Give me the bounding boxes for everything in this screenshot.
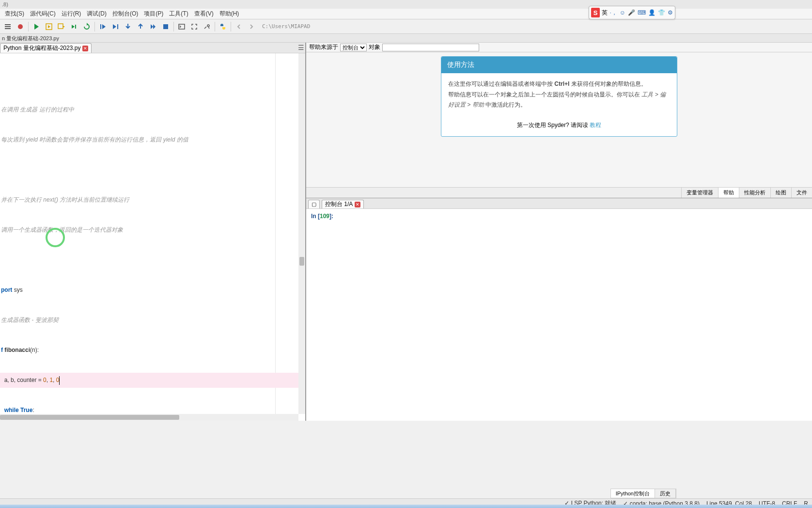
scrollbar-thumb[interactable] xyxy=(299,257,304,266)
file-path-bar: n 量化编程基础-2023.py xyxy=(0,34,812,43)
ime-keyboard-icon[interactable]: ⌨ xyxy=(638,9,646,16)
svg-rect-8 xyxy=(117,24,118,29)
right-pane-tabs: 变量管理器 帮助 性能分析 绘图 文件 xyxy=(306,187,812,198)
console-tab-1a[interactable]: 控制台 1/A ✕ xyxy=(322,200,364,208)
console-prompt: In [109]: xyxy=(311,213,807,220)
editor-pane: Python 量化编程基础-2023.py ✕ ☰ 在调用 生成器 运行的过程中… xyxy=(0,43,306,421)
help-object-label: 对象 xyxy=(369,43,380,51)
console-output[interactable]: In [109]: xyxy=(306,209,812,421)
svg-point-3 xyxy=(18,24,23,29)
ime-punct-icon[interactable]: ·， xyxy=(609,9,617,17)
editor-tab-active[interactable]: Python 量化编程基础-2023.py ✕ xyxy=(0,43,92,53)
step-over-icon[interactable] xyxy=(109,21,121,32)
tab-history[interactable]: 历史 xyxy=(655,489,676,498)
menu-project[interactable]: 项目(P) xyxy=(141,10,166,18)
editor-vertical-scrollbar[interactable] xyxy=(298,53,305,414)
working-dir-display: C:\Users\MIAPAD xyxy=(262,23,310,30)
tab-help[interactable]: 帮助 xyxy=(718,188,739,198)
forward-icon[interactable] xyxy=(246,21,257,32)
svg-rect-1 xyxy=(5,26,11,27)
editor-tabs: Python 量化编程基础-2023.py ✕ ☰ xyxy=(0,43,305,53)
run-selection-icon[interactable] xyxy=(68,21,80,32)
menu-help[interactable]: 帮助(H) xyxy=(217,10,242,18)
help-content: 使用方法 在这里你可以通过在编辑器或者终端中按 Ctrl+I 来获得任何对象的帮… xyxy=(306,52,812,187)
menu-console[interactable]: 控制台(O) xyxy=(109,10,141,18)
svg-rect-9 xyxy=(163,24,168,29)
help-panel-footer: 第一次使用 Spyder? 请阅读 教程 xyxy=(441,116,677,136)
windows-taskbar[interactable] xyxy=(0,505,812,508)
help-panel-body: 在这里你可以通过在编辑器或者终端中按 Ctrl+I 来获得任何对象的帮助信息。 … xyxy=(441,73,677,116)
menu-debug[interactable]: 调试(D) xyxy=(84,10,109,18)
menu-bar: 查找(S) 源代码(C) 运行(R) 调试(D) 控制台(O) 项目(P) 工具… xyxy=(0,9,812,19)
toolbar-breakpoint-icon[interactable] xyxy=(15,21,26,32)
svg-rect-10 xyxy=(179,24,185,29)
svg-rect-5 xyxy=(58,24,63,29)
continue-icon[interactable] xyxy=(147,21,159,32)
stop-debug-icon[interactable] xyxy=(160,21,172,32)
tab-variable-explorer[interactable]: 变量管理器 xyxy=(681,188,718,198)
rerun-icon[interactable] xyxy=(81,21,93,32)
console-tabs: ▢ 控制台 1/A ✕ xyxy=(306,198,812,209)
scrollbar-thumb[interactable] xyxy=(0,415,179,420)
run-cell-advance-icon[interactable] xyxy=(56,21,67,32)
ime-face-icon[interactable]: ☺ xyxy=(620,9,625,16)
tab-ipython-console[interactable]: IPython控制台 xyxy=(611,489,655,498)
help-intro-panel: 使用方法 在这里你可以通过在编辑器或者终端中按 Ctrl+I 来获得任何对象的帮… xyxy=(441,56,677,137)
python-path-icon[interactable] xyxy=(217,21,229,32)
back-icon[interactable] xyxy=(233,21,245,32)
console-bottom-tabs: IPython控制台 历史 xyxy=(610,489,676,498)
console-tab-label: 控制台 1/A xyxy=(325,200,353,208)
help-object-input[interactable] xyxy=(382,44,479,51)
tutorial-link[interactable]: 教程 xyxy=(590,122,601,128)
run-cell-icon[interactable] xyxy=(43,21,55,32)
ime-user-icon[interactable]: 👤 xyxy=(648,9,656,16)
ime-skin-icon[interactable]: 👕 xyxy=(658,9,665,16)
settings-icon[interactable] xyxy=(201,21,213,32)
ime-mic-icon[interactable]: 🎤 xyxy=(628,9,635,16)
sogou-logo-icon[interactable]: S xyxy=(591,8,600,17)
menu-view[interactable]: 查看(V) xyxy=(191,10,217,18)
editor-tab-label: Python 量化编程基础-2023.py xyxy=(3,44,80,52)
menu-source[interactable]: 源代码(C) xyxy=(27,10,59,18)
step-out-icon[interactable] xyxy=(135,21,146,32)
svg-rect-2 xyxy=(5,28,11,29)
debug-icon[interactable] xyxy=(97,21,109,32)
editor-horizontal-scrollbar[interactable] xyxy=(0,414,298,421)
title-bar: .8) xyxy=(0,0,812,9)
run-icon[interactable] xyxy=(31,21,42,32)
toolbar-lines-icon[interactable] xyxy=(2,21,14,32)
menu-find[interactable]: 查找(S) xyxy=(2,10,27,18)
terminal-icon[interactable] xyxy=(176,21,187,32)
svg-rect-7 xyxy=(100,24,101,29)
tab-profiler[interactable]: 性能分析 xyxy=(739,188,770,198)
help-source-select[interactable]: 控制台 xyxy=(340,44,367,51)
maximize-icon[interactable] xyxy=(188,21,200,32)
svg-rect-0 xyxy=(5,24,11,25)
ime-lang-label[interactable]: 英 xyxy=(602,9,608,17)
toolbar: C:\Users\MIAPAD xyxy=(0,19,812,34)
close-tab-icon[interactable]: ✕ xyxy=(82,46,88,51)
tab-plots[interactable]: 绘图 xyxy=(770,188,791,198)
svg-rect-6 xyxy=(75,25,76,29)
code-content[interactable]: 在调用 生成器 运行的过程中 每次遇到 yield 时函数会暂停并保存当前所有的… xyxy=(0,53,298,414)
code-editor[interactable]: 在调用 生成器 运行的过程中 每次遇到 yield 时函数会暂停并保存当前所有的… xyxy=(0,53,305,421)
editor-menu-icon[interactable]: ☰ xyxy=(298,44,304,51)
right-pane: 帮助来源于 控制台 对象 使用方法 在这里你可以通过在编辑器或者终端中按 Ctr… xyxy=(306,43,812,421)
help-toolbar: 帮助来源于 控制台 对象 xyxy=(306,43,812,52)
console-pane: ▢ 控制台 1/A ✕ In [109]: xyxy=(306,198,812,421)
help-panel-title: 使用方法 xyxy=(441,57,677,73)
ime-toolbox-icon[interactable]: ⚙ xyxy=(668,9,673,16)
help-source-label: 帮助来源于 xyxy=(309,43,338,51)
console-collapse-icon[interactable]: ▢ xyxy=(308,200,320,208)
menu-run[interactable]: 运行(R) xyxy=(59,10,84,18)
close-console-icon[interactable]: ✕ xyxy=(355,202,360,207)
step-into-icon[interactable] xyxy=(122,21,134,32)
menu-tools[interactable]: 工具(T) xyxy=(166,10,191,18)
tab-files[interactable]: 文件 xyxy=(791,188,812,198)
sogou-ime-widget[interactable]: S 英 ·， ☺ 🎤 ⌨ 👤 👕 ⚙ xyxy=(589,6,675,19)
